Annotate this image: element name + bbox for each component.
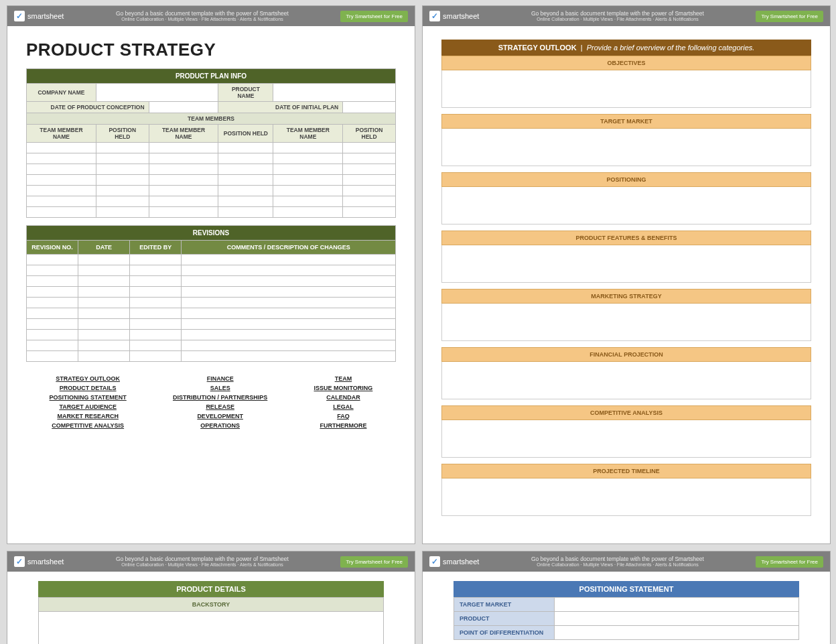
table-cell[interactable] — [27, 319, 78, 330]
try-free-button[interactable]: Try Smartsheet for Free — [756, 11, 823, 22]
table-cell[interactable] — [182, 287, 396, 298]
table-cell[interactable] — [182, 308, 396, 319]
table-cell[interactable] — [218, 143, 273, 153]
table-cell[interactable] — [218, 196, 273, 207]
nav-link[interactable]: FURTHERMORE — [320, 422, 366, 429]
table-cell[interactable] — [149, 207, 218, 218]
nav-link[interactable]: TARGET AUDIENCE — [59, 403, 117, 410]
table-cell[interactable] — [27, 351, 78, 362]
table-cell[interactable] — [343, 164, 396, 175]
table-cell[interactable] — [78, 298, 130, 308]
backstory-body[interactable] — [38, 612, 384, 644]
input-date-initial-plan[interactable] — [343, 102, 396, 113]
table-cell[interactable] — [27, 276, 78, 287]
nav-link[interactable]: STRATEGY OUTLOOK — [56, 375, 120, 382]
table-cell[interactable] — [273, 175, 343, 186]
nav-link[interactable]: POSITIONING STATEMENT — [50, 394, 127, 401]
table-cell[interactable] — [218, 186, 273, 196]
table-cell[interactable] — [149, 196, 218, 207]
nav-link[interactable]: LEGAL — [333, 403, 354, 410]
try-free-button[interactable]: Try Smartsheet for Free — [340, 11, 408, 22]
table-cell[interactable] — [96, 143, 149, 153]
table-cell[interactable] — [343, 207, 396, 218]
nav-link[interactable]: TEAM — [335, 375, 352, 382]
table-cell[interactable] — [182, 265, 396, 276]
table-cell[interactable] — [273, 196, 343, 207]
category-body[interactable] — [441, 187, 811, 224]
nav-link[interactable]: FAQ — [337, 413, 350, 420]
table-cell[interactable] — [78, 319, 130, 330]
table-cell[interactable] — [149, 186, 218, 196]
table-cell[interactable] — [273, 164, 343, 175]
table-cell[interactable] — [27, 255, 78, 265]
nav-link[interactable]: PRODUCT DETAILS — [60, 385, 117, 391]
table-cell[interactable] — [182, 319, 396, 330]
table-cell[interactable] — [182, 340, 396, 351]
input-product[interactable] — [555, 612, 799, 626]
table-cell[interactable] — [27, 340, 78, 351]
table-cell[interactable] — [149, 175, 218, 186]
table-cell[interactable] — [27, 308, 78, 319]
table-cell[interactable] — [78, 287, 130, 298]
category-body[interactable] — [441, 70, 811, 108]
table-cell[interactable] — [96, 153, 149, 164]
table-cell[interactable] — [130, 330, 182, 340]
nav-link[interactable]: CALENDAR — [326, 394, 360, 401]
table-cell[interactable] — [130, 319, 182, 330]
table-cell[interactable] — [78, 340, 130, 351]
table-cell[interactable] — [343, 153, 396, 164]
table-cell[interactable] — [149, 164, 218, 175]
input-company-name[interactable] — [96, 84, 218, 102]
category-body[interactable] — [441, 129, 811, 166]
category-body[interactable] — [441, 362, 811, 399]
table-cell[interactable] — [78, 276, 130, 287]
table-cell[interactable] — [149, 153, 218, 164]
table-cell[interactable] — [27, 143, 96, 153]
table-cell[interactable] — [27, 298, 78, 308]
table-cell[interactable] — [130, 351, 182, 362]
nav-link[interactable]: SALES — [210, 385, 230, 391]
table-cell[interactable] — [27, 175, 96, 186]
try-free-button[interactable]: Try Smartsheet for Free — [756, 556, 823, 568]
table-cell[interactable] — [96, 207, 149, 218]
nav-link[interactable]: DEVELOPMENT — [197, 413, 243, 420]
table-cell[interactable] — [130, 265, 182, 276]
table-cell[interactable] — [343, 196, 396, 207]
table-cell[interactable] — [273, 153, 343, 164]
table-cell[interactable] — [130, 298, 182, 308]
nav-link[interactable]: RELEASE — [206, 403, 234, 410]
table-cell[interactable] — [130, 340, 182, 351]
input-date-conception[interactable] — [149, 102, 218, 113]
table-cell[interactable] — [149, 143, 218, 153]
table-cell[interactable] — [182, 255, 396, 265]
nav-link[interactable]: MARKET RESEARCH — [57, 413, 119, 420]
category-body[interactable] — [441, 245, 811, 283]
table-cell[interactable] — [78, 330, 130, 340]
table-cell[interactable] — [130, 308, 182, 319]
nav-link[interactable]: FINANCE — [207, 375, 234, 382]
nav-link[interactable]: COMPETITIVE ANALYSIS — [52, 422, 124, 429]
table-cell[interactable] — [182, 298, 396, 308]
category-body[interactable] — [441, 304, 811, 341]
table-cell[interactable] — [78, 351, 130, 362]
table-cell[interactable] — [343, 175, 396, 186]
input-target-market[interactable] — [555, 598, 799, 612]
table-cell[interactable] — [27, 186, 96, 196]
table-cell[interactable] — [182, 276, 396, 287]
try-free-button[interactable]: Try Smartsheet for Free — [340, 556, 408, 568]
table-cell[interactable] — [273, 207, 343, 218]
table-cell[interactable] — [27, 265, 78, 276]
table-cell[interactable] — [78, 308, 130, 319]
table-cell[interactable] — [130, 276, 182, 287]
table-cell[interactable] — [96, 164, 149, 175]
table-cell[interactable] — [27, 153, 96, 164]
table-cell[interactable] — [182, 330, 396, 340]
table-cell[interactable] — [96, 196, 149, 207]
category-body[interactable] — [441, 420, 811, 458]
table-cell[interactable] — [343, 186, 396, 196]
table-cell[interactable] — [27, 287, 78, 298]
input-differentiation[interactable] — [555, 626, 799, 640]
table-cell[interactable] — [27, 330, 78, 340]
table-cell[interactable] — [343, 143, 396, 153]
table-cell[interactable] — [78, 255, 130, 265]
